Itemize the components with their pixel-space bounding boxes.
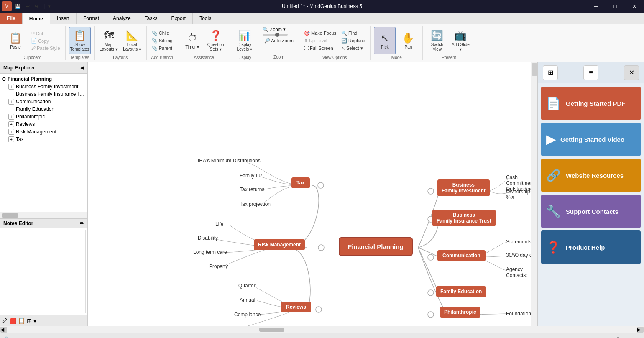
footer-icon-3[interactable]: 📋 — [18, 318, 25, 324]
tab-file[interactable]: File — [0, 13, 23, 24]
child-button[interactable]: 📎 Child — [150, 30, 174, 37]
sidebar-collapse-icon[interactable]: ◀ — [80, 65, 84, 71]
zoom-minus-btn[interactable]: − — [583, 337, 585, 338]
quick-redo[interactable]: ↪ — [33, 3, 40, 10]
tree-item-risk-management[interactable]: + Risk Management — [0, 128, 87, 136]
show-templates-button[interactable]: 📋 Show Templates — [69, 27, 91, 54]
auto-zoom-button[interactable]: 🔎 Auto Zoom — [263, 37, 295, 44]
panel-close-btn[interactable]: ✕ — [624, 65, 639, 80]
expand-btn[interactable]: + — [8, 136, 14, 142]
maximize-btn[interactable]: □ — [606, 0, 625, 13]
local-layouts-button[interactable]: 📐 Local Layouts ▾ — [121, 27, 143, 54]
footer-icon-1[interactable]: 🖊 — [2, 318, 8, 324]
display-levels-button[interactable]: 📊 Display Levels ▾ — [234, 27, 256, 54]
tab-tasks[interactable]: Tasks — [138, 13, 165, 24]
timer-button[interactable]: ⏱ Timer ▾ — [181, 27, 203, 54]
tab-tools[interactable]: Tools — [193, 13, 218, 24]
add-slide-button[interactable]: 📺 Add Slide ▾ — [450, 27, 471, 54]
sidebar-scroll-x[interactable] — [0, 212, 87, 218]
tab-analyze[interactable]: Analyze — [106, 13, 138, 24]
leaf-text-life: Life — [215, 221, 223, 227]
pan-button[interactable]: ✋ Pan — [397, 27, 419, 54]
quick-extra[interactable]: ▾ — [46, 3, 52, 10]
cut-button[interactable]: ✂ Cut — [29, 30, 62, 37]
copy-button[interactable]: 📄 Copy — [29, 37, 62, 44]
tree-item-business-family-investment[interactable]: + Business Family Investment — [0, 83, 87, 90]
branch-node-philanthropic[interactable]: Philanthropic — [440, 307, 480, 318]
card-support-contacts[interactable]: 🔧 Support Contacts — [541, 195, 641, 228]
add-branch-label: Add Branch — [151, 54, 173, 60]
leaf-text-property: Property — [209, 264, 228, 269]
tab-insert[interactable]: Insert — [50, 13, 77, 24]
tree-item-tax[interactable]: + Tax — [0, 136, 87, 143]
make-focus-button[interactable]: 🎯 Make Focus — [302, 30, 338, 37]
pick-button[interactable]: ↖ Pick — [374, 27, 396, 54]
quick-undo[interactable]: ↩ — [24, 3, 31, 10]
card-label: Support Contacts — [566, 208, 618, 215]
expand-btn[interactable]: + — [8, 121, 14, 127]
card-getting-started-pdf[interactable]: 📄 Getting Started PDF — [541, 87, 641, 120]
footer-icon-2[interactable]: 🟥 — [9, 318, 16, 324]
branch-node-family-education[interactable]: Family Education — [436, 286, 486, 297]
tree-item-reviews[interactable]: + Reviews — [0, 120, 87, 128]
card-getting-started-video[interactable]: ▶ Getting Started Video — [541, 123, 641, 156]
branch-node-reviews[interactable]: Reviews — [281, 302, 311, 312]
panel-grid-btn[interactable]: ⊞ — [543, 65, 558, 80]
notes-icon[interactable]: ✏ — [80, 220, 84, 226]
parent-button[interactable]: 📎 Parent — [150, 45, 174, 52]
minimize-btn[interactable]: ─ — [586, 0, 606, 13]
svg-point-7 — [428, 312, 434, 318]
canvas-scroll-x[interactable]: ◀ ▶ — [0, 326, 644, 333]
panel-list-btn[interactable]: ≡ — [583, 65, 598, 80]
zoom-plus-btn[interactable]: + — [622, 337, 624, 338]
central-node-financial-planning[interactable]: Financial Planning — [339, 237, 413, 256]
expand-btn[interactable]: + — [8, 129, 14, 135]
footer-icon-4[interactable]: ⊞ — [27, 318, 32, 324]
tree-item-family-education[interactable]: Family Education — [0, 105, 87, 113]
tab-export[interactable]: Export — [164, 13, 193, 24]
question-sets-button[interactable]: ❓ Question Sets ▾ — [205, 27, 227, 54]
scroll-left-btn[interactable]: ◀ — [0, 327, 7, 333]
zoom-slider[interactable] — [263, 34, 288, 36]
view-options-label: View Options — [322, 54, 347, 60]
paste-style-button[interactable]: 🖌 Paste Style — [29, 45, 62, 51]
branch-node-risk-management[interactable]: Risk Management — [254, 239, 305, 250]
quick-save[interactable]: 💾 — [13, 3, 23, 10]
branch-node-tax[interactable]: Tax — [291, 177, 310, 188]
close-btn[interactable]: ✕ — [625, 0, 644, 13]
paste-button[interactable]: 📋 Paste — [3, 27, 28, 54]
ribbon-group-add-branch: 📎 Child 📎 Sibling 📎 Parent Add Branch — [147, 26, 178, 60]
footer-icon-5[interactable]: ▾ — [33, 318, 36, 324]
card-product-help[interactable]: ❓ Product Help — [541, 230, 641, 264]
replace-button[interactable]: 🔄 Replace — [340, 37, 367, 44]
tree-item-label: Business Family Investment — [16, 84, 78, 90]
tree-item-communication[interactable]: + Communication — [0, 98, 87, 105]
find-button[interactable]: 🔍 Find — [340, 30, 367, 37]
tree-item-philanthropic[interactable]: + Philanthropic — [0, 113, 87, 120]
tree-item-label: Tax — [16, 136, 24, 142]
expand-btn[interactable]: + — [8, 99, 14, 105]
resource-cards: 📄 Getting Started PDF ▶ Getting Started … — [538, 83, 644, 326]
branch-node-business-family-insurance[interactable]: BusinessFamily Insurance Trust — [432, 210, 496, 226]
map-layouts-button[interactable]: 🗺 Map Layouts ▾ — [98, 27, 120, 54]
tab-format[interactable]: Format — [77, 13, 106, 24]
switch-view-button[interactable]: 🔄 Switch View — [426, 27, 448, 54]
ribbon-group-view-options: 🎯 Make Focus ⬆ Up Level ⛶ Full Screen 🔍 … — [299, 26, 371, 60]
select-button[interactable]: ↖ Select ▾ — [340, 45, 367, 52]
tree-item-business-family-insurance[interactable]: Business Family Insurance T... — [0, 90, 87, 98]
card-website-resources[interactable]: 🔗 Website Resources — [541, 159, 641, 192]
full-screen-button[interactable]: ⛶ Full Screen — [302, 45, 338, 51]
up-level-button[interactable]: ⬆ Up Level — [302, 37, 338, 44]
canvas-scrollbar-y[interactable] — [531, 62, 537, 326]
sibling-button[interactable]: 📎 Sibling — [150, 37, 174, 44]
branch-node-business-family-investment[interactable]: BusinessFamily Investment — [437, 179, 490, 196]
expand-btn[interactable]: + — [8, 84, 14, 90]
branch-node-communication[interactable]: Communication — [437, 250, 486, 261]
status-bar: 🔒 Screen Select − + 1000% — [0, 333, 644, 338]
canvas-area[interactable]: Financial Planning Tax Risk Management R… — [88, 62, 537, 326]
expand-btn[interactable]: + — [8, 114, 14, 120]
scroll-right-btn[interactable]: ▶ — [637, 327, 644, 333]
notes-body[interactable] — [2, 230, 86, 313]
tree-item-financial-planning[interactable]: ⊖ Financial Planning — [0, 75, 87, 83]
tab-home[interactable]: Home — [23, 13, 50, 24]
